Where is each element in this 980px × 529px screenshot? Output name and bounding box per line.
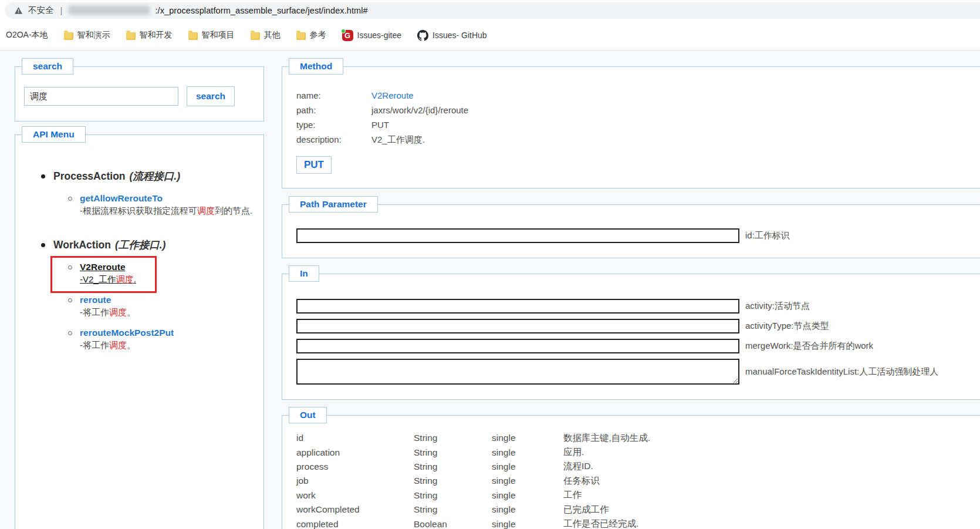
bookmark-issues-github[interactable]: Issues- GitHub xyxy=(417,30,487,41)
in-param-manualforcetaskidentitylist-textarea[interactable] xyxy=(296,359,739,385)
circle-bullet xyxy=(68,197,72,201)
bookmark-o2oa-local[interactable]: O2OA-本地 xyxy=(6,30,48,41)
selection-highlight-box: V2Reroute -V2_工作调度. xyxy=(50,256,157,293)
api-link-reroutemockpost2put[interactable]: rerouteMockPost2Put xyxy=(80,328,174,338)
bookmark-label: Issues-gitee xyxy=(357,31,401,40)
group-suffix: (工作接口.) xyxy=(115,238,166,252)
field-type: String xyxy=(414,474,492,488)
bookmark-label: O2OA-本地 xyxy=(6,30,48,41)
circle-bullet xyxy=(68,298,72,302)
search-panel: search search xyxy=(15,66,264,122)
circle-bullet xyxy=(68,331,72,335)
api-item-reroutemockpost2put: rerouteMockPost2Put -将工作调度。 xyxy=(68,327,263,351)
method-description-row: description: V2_工作调度. xyxy=(296,132,980,147)
path-param-id-input[interactable] xyxy=(296,228,739,243)
disc-bullet xyxy=(41,243,45,247)
bookmark-label: 智和项目 xyxy=(202,30,235,41)
bookmark-issues-gitee[interactable]: G Issues-gitee xyxy=(342,30,401,41)
search-panel-title: search xyxy=(22,58,73,75)
method-name-row: name: V2Reroute xyxy=(296,88,980,103)
in-param-mergework-input[interactable] xyxy=(296,339,739,353)
in-param-row: activity:活动节点 xyxy=(296,299,980,314)
field-description: 工作是否已经完成. xyxy=(563,517,650,529)
method-path-row: path: jaxrs/work/v2/{id}/reroute xyxy=(296,103,980,117)
api-link-reroute[interactable]: reroute xyxy=(80,295,111,305)
gitee-icon: G xyxy=(342,30,353,41)
in-param-label: mergeWork:是否合并所有的work xyxy=(745,341,873,352)
field-cardinality: single xyxy=(492,460,563,474)
field-type: String xyxy=(414,431,492,445)
in-panel-title: In xyxy=(289,265,319,282)
api-link-v2reroute[interactable]: V2Reroute xyxy=(80,262,126,272)
bookmark-folder-zhihe-dev[interactable]: 智和开发 xyxy=(126,30,173,41)
table-row: work String single 工作 xyxy=(296,488,650,503)
in-param-activity-input[interactable] xyxy=(296,299,739,314)
field-type: String xyxy=(414,503,492,517)
bookmark-folder-zhihe-demo[interactable]: 智和演示 xyxy=(64,30,110,41)
path-parameter-title: Path Parameter xyxy=(289,196,378,213)
out-panel-title: Out xyxy=(289,407,327,423)
circle-bullet xyxy=(68,265,72,269)
field-description: 应用. xyxy=(563,445,650,459)
in-param-label: activity:活动节点 xyxy=(745,301,810,312)
group-name: ProcessAction xyxy=(53,170,126,183)
group-suffix: (流程接口.) xyxy=(130,169,181,183)
highlighted-keyword: 调度 xyxy=(109,307,127,317)
not-secure-warning-icon xyxy=(14,6,23,15)
api-link-getallowrerouteto[interactable]: getAllowRerouteTo xyxy=(80,193,163,203)
field-cardinality: single xyxy=(492,517,563,529)
table-row: application String single 应用. xyxy=(296,445,650,459)
right-column: Method name: V2Reroute path: jaxrs/work/… xyxy=(282,66,980,529)
method-path-value: jaxrs/work/v2/{id}/reroute xyxy=(371,103,468,117)
field-cardinality: single xyxy=(492,431,563,445)
group-name: WorkAction xyxy=(53,239,111,251)
method-name-value[interactable]: V2Reroute xyxy=(371,88,414,103)
field-name: work xyxy=(296,488,414,503)
field-cardinality: single xyxy=(492,488,563,503)
table-row: completed Boolean single 工作是否已经完成. xyxy=(296,517,650,529)
page-content: search search API Menu ProcessAction (流程… xyxy=(0,50,980,529)
bookmark-folder-other[interactable]: 其他 xyxy=(251,30,281,41)
api-item-v2reroute-selected: V2Reroute -V2_工作调度. xyxy=(68,261,263,285)
field-type: String xyxy=(414,445,492,459)
method-type-value: PUT xyxy=(371,117,389,132)
api-item-description: -V2_工作调度. xyxy=(80,274,136,285)
github-icon xyxy=(417,30,428,41)
api-item-description: -将工作调度。 xyxy=(80,340,174,351)
address-bar[interactable]: 不安全 | :/x_processplatform_assemble_surfa… xyxy=(5,2,980,19)
api-item-description: -根据流程标识获取指定流程可调度到的节点. xyxy=(80,205,252,217)
field-type: Boolean xyxy=(414,517,492,529)
put-execute-button[interactable]: PUT xyxy=(296,156,332,174)
method-panel-title: Method xyxy=(289,58,343,75)
folder-icon xyxy=(296,32,306,40)
bookmark-label: 其他 xyxy=(264,30,281,41)
field-name: process xyxy=(296,460,414,474)
field-type: String xyxy=(414,488,492,503)
field-name: workCompleted xyxy=(296,503,414,517)
api-group-workaction: WorkAction (工作接口.) V2Reroute -V2_工作调度. xyxy=(53,238,263,351)
highlighted-keyword: 调度 xyxy=(109,340,127,350)
method-description-label: description: xyxy=(296,132,371,147)
url-divider: | xyxy=(59,5,64,15)
bookmark-label: 智和开发 xyxy=(140,30,173,41)
method-name-label: name: xyxy=(296,88,371,103)
in-param-label: activityType:节点类型 xyxy=(745,321,829,332)
method-description-value: V2_工作调度. xyxy=(371,132,425,147)
in-panel: In activity:活动节点 activityType:节点类型 merge… xyxy=(282,274,980,400)
api-item-getallowrerouteto: getAllowRerouteTo -根据流程标识获取指定流程可调度到的节点. xyxy=(68,193,263,217)
field-name: job xyxy=(296,474,414,488)
in-param-activitytype-input[interactable] xyxy=(296,319,739,333)
api-group-processaction: ProcessAction (流程接口.) getAllowRerouteTo … xyxy=(53,169,263,217)
out-panel: Out id String single 数据库主键,自动生成. applica… xyxy=(282,415,980,529)
path-parameter-panel: Path Parameter id:工作标识 xyxy=(282,204,980,258)
in-param-row: activityType:节点类型 xyxy=(296,319,980,333)
search-button[interactable]: search xyxy=(187,86,235,106)
bookmark-folder-reference[interactable]: 参考 xyxy=(296,30,326,41)
search-input[interactable] xyxy=(24,87,178,106)
bookmark-folder-zhihe-project[interactable]: 智和项目 xyxy=(188,30,235,41)
table-row: process String single 流程ID. xyxy=(296,460,650,474)
table-row: job String single 任务标识 xyxy=(296,474,650,488)
not-secure-label: 不安全 xyxy=(28,5,54,16)
field-description: 已完成工作 xyxy=(563,503,650,517)
left-column: search search API Menu ProcessAction (流程… xyxy=(15,66,264,529)
